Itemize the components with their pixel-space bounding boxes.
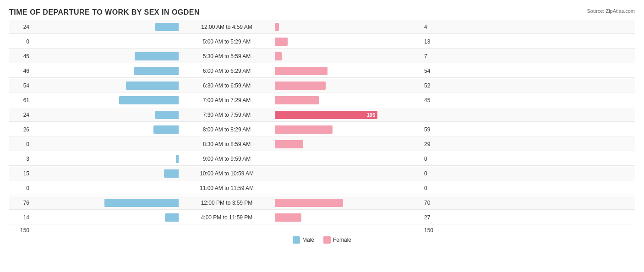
legend-male-box xyxy=(293,236,300,244)
female-value-inside: 105 xyxy=(367,112,375,118)
table-row: 14 4:00 PM to 11:59 PM 27 xyxy=(9,211,635,224)
female-bar xyxy=(275,67,327,75)
axis-right-label: 150 xyxy=(421,227,444,234)
male-bar xyxy=(135,52,179,60)
female-bar xyxy=(275,140,303,148)
left-bar-area xyxy=(32,67,179,75)
table-row: 26 8:00 AM to 8:29 AM 59 xyxy=(9,123,635,136)
left-value: 24 xyxy=(9,24,32,30)
left-value: 54 xyxy=(9,82,32,89)
table-row: 46 6:00 AM to 6:29 AM 54 xyxy=(9,64,635,78)
right-bar-area xyxy=(275,38,421,46)
time-label: 8:00 AM to 8:29 AM xyxy=(179,126,275,133)
right-value: 4 xyxy=(421,24,444,30)
time-label: 12:00 AM to 4:59 AM xyxy=(179,24,275,30)
left-bar-area xyxy=(32,199,179,207)
table-row: 0 5:00 AM to 5:29 AM 13 xyxy=(9,35,635,49)
right-value: 70 xyxy=(421,200,444,206)
male-bar xyxy=(155,23,179,31)
right-bar-area xyxy=(275,184,421,192)
right-bar-area xyxy=(275,155,421,163)
right-value: 7 xyxy=(421,53,444,60)
left-value: 15 xyxy=(9,170,32,177)
table-row: 61 7:00 AM to 7:29 AM 45 xyxy=(9,93,635,107)
right-value: 29 xyxy=(421,141,444,147)
left-bar-area xyxy=(32,155,179,163)
right-value: 59 xyxy=(421,126,444,133)
legend-female-label: Female xyxy=(333,237,351,243)
female-bar xyxy=(275,213,301,222)
left-value: 3 xyxy=(9,156,32,162)
right-bar-area xyxy=(275,96,421,104)
right-bar-area xyxy=(275,199,421,207)
chart-title: TIME OF DEPARTURE TO WORK BY SEX IN OGDE… xyxy=(9,8,635,16)
right-bar-area xyxy=(275,213,421,222)
male-bar xyxy=(155,111,179,119)
time-label: 4:00 PM to 11:59 PM xyxy=(179,214,275,221)
left-bar-area xyxy=(32,38,179,46)
left-value: 26 xyxy=(9,126,32,133)
female-bar xyxy=(275,38,288,46)
right-value: 0 xyxy=(421,156,444,162)
left-bar-area xyxy=(32,52,179,60)
left-bar-area xyxy=(32,184,179,192)
right-value: 0 xyxy=(421,185,444,191)
female-bar xyxy=(275,96,319,104)
female-bar xyxy=(275,199,343,207)
table-row: 0 8:30 AM to 8:59 AM 29 xyxy=(9,137,635,151)
table-row: 54 6:30 AM to 6:59 AM 52 xyxy=(9,79,635,92)
source-text: Source: ZipAtlas.com xyxy=(587,8,635,14)
left-bar-area xyxy=(32,213,179,222)
right-value: 27 xyxy=(421,214,444,221)
male-bar xyxy=(164,169,179,178)
left-value: 46 xyxy=(9,68,32,74)
time-label: 5:30 AM to 5:59 AM xyxy=(179,53,275,60)
table-row: 76 12:00 PM to 3:59 PM 70 xyxy=(9,196,635,210)
left-value: 76 xyxy=(9,200,32,206)
axis-row: 150 150 xyxy=(9,227,635,234)
female-bar xyxy=(275,82,326,90)
male-bar xyxy=(165,213,179,222)
legend-row: Male Female xyxy=(9,236,635,244)
right-value: 52 xyxy=(421,82,444,89)
table-row: 0 11:00 AM to 11:59 AM 0 xyxy=(9,181,635,195)
left-bar-area xyxy=(32,96,179,104)
male-bar xyxy=(119,96,179,104)
left-bar-area xyxy=(32,125,179,134)
axis-left-label: 150 xyxy=(9,227,32,234)
time-label: 11:00 AM to 11:59 AM xyxy=(179,185,275,191)
time-label: 6:30 AM to 6:59 AM xyxy=(179,82,275,89)
left-value: 0 xyxy=(9,185,32,191)
right-bar-area xyxy=(275,125,421,134)
right-value: 54 xyxy=(421,68,444,74)
time-label: 8:30 AM to 8:59 AM xyxy=(179,141,275,147)
left-value: 24 xyxy=(9,112,32,118)
legend-female: Female xyxy=(323,236,351,244)
left-bar-area xyxy=(32,169,179,178)
left-value: 0 xyxy=(9,38,32,45)
left-bar-area xyxy=(32,111,179,119)
table-row: 3 9:00 AM to 9:59 AM 0 xyxy=(9,152,635,166)
left-value: 61 xyxy=(9,97,32,103)
legend-male: Male xyxy=(293,236,314,244)
time-label: 7:30 AM to 7:59 AM xyxy=(179,112,275,118)
male-bar xyxy=(104,199,179,207)
male-bar xyxy=(126,82,179,90)
right-bar-area: 105 xyxy=(275,111,421,119)
female-bar: 105 xyxy=(275,111,377,119)
female-bar xyxy=(275,125,333,134)
right-bar-area xyxy=(275,169,421,178)
time-label: 12:00 PM to 3:59 PM xyxy=(179,200,275,206)
right-value: 13 xyxy=(421,38,444,45)
table-row: 24 12:00 AM to 4:59 AM 4 xyxy=(9,20,635,34)
right-bar-area xyxy=(275,67,421,75)
right-bar-area xyxy=(275,23,421,31)
right-bar-area xyxy=(275,82,421,90)
left-value: 45 xyxy=(9,53,32,60)
time-label: 7:00 AM to 7:29 AM xyxy=(179,97,275,103)
left-value: 0 xyxy=(9,141,32,147)
female-bar xyxy=(275,23,279,31)
right-value: 45 xyxy=(421,97,444,103)
male-bar xyxy=(153,125,179,134)
left-value: 14 xyxy=(9,214,32,221)
